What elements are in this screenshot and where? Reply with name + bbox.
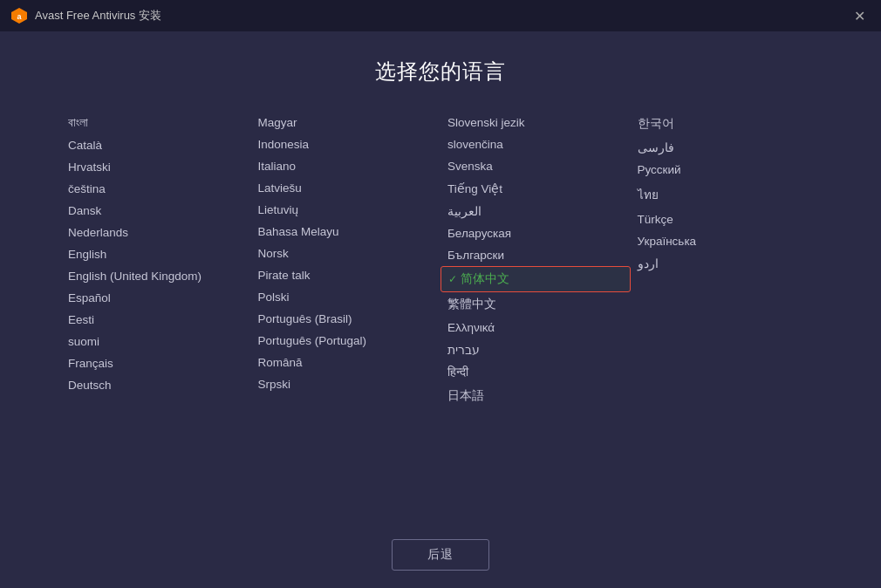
bottom-area: 后退: [0, 526, 881, 588]
language-item[interactable]: Português (Brasil): [251, 308, 441, 330]
language-label: Español: [68, 291, 111, 304]
language-item[interactable]: Українська: [631, 230, 821, 252]
language-item[interactable]: Bahasa Melayu: [251, 221, 441, 243]
language-item[interactable]: Indonesia: [251, 133, 441, 155]
language-label: עברית: [447, 343, 480, 357]
language-item[interactable]: हिन्दी: [440, 361, 631, 384]
language-label: ไทย: [638, 185, 659, 204]
language-item[interactable]: Lietuvių: [251, 199, 441, 221]
language-item[interactable]: Русский: [631, 159, 821, 181]
language-item[interactable]: Português (Portugal): [251, 330, 441, 352]
language-label: Slovenski jezik: [447, 116, 525, 129]
language-label: Hrvatski: [68, 161, 111, 174]
language-item[interactable]: Türkçe: [631, 209, 821, 230]
language-item[interactable]: Svenska: [440, 155, 631, 177]
language-item[interactable]: বাংলা: [61, 112, 251, 134]
page-title: 选择您的语言: [375, 58, 506, 85]
language-label: Magyar: [258, 116, 297, 129]
language-label: 简体中文: [461, 271, 509, 287]
language-item[interactable]: Norsk: [251, 243, 441, 264]
language-item[interactable]: Eesti: [61, 309, 251, 331]
language-label: English: [68, 248, 106, 261]
language-item[interactable]: Català: [61, 134, 251, 156]
language-item[interactable]: اردو: [631, 252, 821, 275]
avast-logo-icon: a: [10, 7, 28, 24]
language-item[interactable]: 繁體中文: [440, 292, 631, 317]
language-label: Polski: [258, 291, 290, 304]
language-label: اردو: [638, 256, 659, 270]
language-item[interactable]: Nederlands: [61, 222, 251, 243]
language-label: 繁體中文: [447, 297, 496, 312]
language-item[interactable]: čeština: [61, 178, 251, 200]
language-label: Беларуская: [447, 227, 511, 240]
language-item[interactable]: ไทย: [631, 181, 821, 209]
language-label: Português (Portugal): [258, 334, 367, 347]
language-label: Български: [447, 249, 504, 262]
language-label: Latviešu: [258, 181, 302, 195]
language-label: Pirate talk: [258, 269, 311, 282]
language-item[interactable]: ✓简体中文: [440, 266, 631, 292]
language-item[interactable]: Slovenski jezik: [440, 112, 631, 133]
language-label: Français: [68, 357, 113, 370]
lang-column-1: MagyarIndonesiaItalianoLatviešuLietuviųB…: [251, 112, 441, 509]
language-item[interactable]: Français: [61, 352, 251, 374]
language-item[interactable]: العربية: [440, 200, 631, 222]
language-item[interactable]: English (United Kingdom): [61, 265, 251, 287]
language-label: Русский: [638, 163, 681, 176]
language-label: 日本語: [447, 388, 484, 404]
back-button[interactable]: 后退: [392, 539, 489, 571]
language-label: suomi: [68, 335, 99, 348]
title-bar: a Avast Free Antivirus 安装 ✕: [0, 0, 881, 31]
language-item[interactable]: Srpski: [251, 373, 441, 395]
language-item[interactable]: slovenčina: [440, 133, 631, 155]
language-label: Türkçe: [638, 213, 673, 226]
language-label: Nederlands: [68, 226, 128, 239]
language-item[interactable]: Български: [440, 244, 631, 266]
language-item[interactable]: Deutsch: [61, 374, 251, 396]
language-item[interactable]: Pirate talk: [251, 264, 441, 286]
language-label: 한국어: [638, 116, 674, 132]
language-item[interactable]: עברית: [440, 338, 631, 361]
language-label: Indonesia: [258, 138, 310, 151]
language-item[interactable]: فارسی: [631, 136, 821, 159]
language-label: العربية: [447, 204, 481, 218]
language-item[interactable]: Italiano: [251, 155, 441, 177]
lang-column-3: 한국어فارسیРусскийไทยTürkçeУкраїнськаاردو: [631, 112, 821, 509]
language-item[interactable]: Беларуская: [440, 222, 631, 244]
language-item[interactable]: Español: [61, 287, 251, 309]
lang-column-0: বাংলাCatalàHrvatskičeštinaDanskNederland…: [61, 112, 251, 509]
close-button[interactable]: ✕: [849, 6, 871, 26]
window-title: Avast Free Antivirus 安装: [35, 8, 161, 24]
language-label: English (United Kingdom): [68, 270, 201, 283]
language-item[interactable]: Tiếng Việt: [440, 177, 631, 200]
language-label: Eesti: [68, 313, 94, 326]
language-label: Українська: [638, 235, 697, 248]
language-label: فارسی: [638, 140, 674, 154]
language-label: Dansk: [68, 204, 101, 217]
language-label: Català: [68, 139, 102, 152]
language-label: Lietuvių: [258, 203, 299, 216]
language-label: Srpski: [258, 378, 291, 391]
language-item[interactable]: Dansk: [61, 200, 251, 222]
language-label: Norsk: [258, 247, 289, 260]
language-label: slovenčina: [447, 138, 503, 151]
language-item[interactable]: Ελληνικά: [440, 317, 631, 338]
language-item[interactable]: English: [61, 243, 251, 265]
language-item[interactable]: 한국어: [631, 112, 821, 136]
language-grid: বাংলাCatalàHrvatskičeštinaDanskNederland…: [61, 112, 820, 509]
language-label: Português (Brasil): [258, 312, 352, 325]
language-item[interactable]: Polski: [251, 286, 441, 308]
language-label: Română: [258, 356, 303, 369]
language-item[interactable]: Română: [251, 352, 441, 373]
language-item[interactable]: 日本語: [440, 384, 631, 408]
language-item[interactable]: suomi: [61, 331, 251, 352]
language-label: čeština: [68, 182, 106, 195]
lang-column-2: Slovenski jezikslovenčinaSvenskaTiếng Vi…: [440, 112, 631, 509]
language-label: বাংলা: [68, 116, 88, 130]
language-label: Ελληνικά: [447, 321, 495, 334]
language-label: Tiếng Việt: [447, 181, 502, 195]
language-item[interactable]: Hrvatski: [61, 156, 251, 178]
language-item[interactable]: Magyar: [251, 112, 441, 133]
language-label: हिन्दी: [447, 366, 468, 379]
language-item[interactable]: Latviešu: [251, 177, 441, 199]
